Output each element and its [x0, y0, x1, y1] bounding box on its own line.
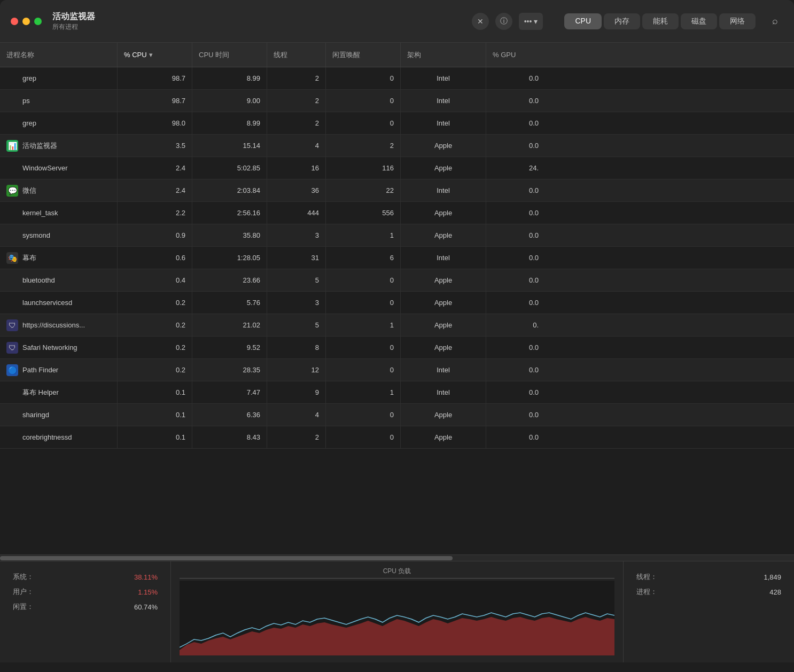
- td-cpu: 0.2: [118, 292, 192, 314]
- process-icon: [6, 162, 18, 174]
- col-cpu-percent[interactable]: % CPU ▾: [118, 43, 192, 67]
- td-idle: 0: [326, 292, 401, 314]
- cpu-load-chart: CPU 负载: [171, 561, 623, 662]
- table-row[interactable]: bluetoothd 0.4 23.66 5 0 Apple 0.0: [0, 269, 794, 292]
- stat-label-user: 用户：: [13, 587, 34, 597]
- td-name: ps: [0, 90, 118, 112]
- td-cputime: 23.66: [192, 269, 267, 291]
- td-idle: 1: [326, 381, 401, 403]
- td-cputime: 8.99: [192, 67, 267, 89]
- td-arch: Apple: [401, 269, 486, 291]
- td-gpu: 0.0: [486, 269, 545, 291]
- td-arch: Apple: [401, 157, 486, 179]
- process-icon: 📊: [6, 140, 18, 152]
- process-icon: [6, 230, 18, 241]
- table-row[interactable]: launchservicesd 0.2 5.76 3 0 Apple 0.0: [0, 292, 794, 314]
- td-cputime: 6.36: [192, 404, 267, 426]
- td-idle: 6: [326, 247, 401, 269]
- td-threads: 12: [267, 359, 326, 381]
- table-row[interactable]: 🎭 幕布 0.6 1:28.05 31 6 Intel 0.0: [0, 247, 794, 269]
- col-process-name[interactable]: 进程名称: [0, 43, 118, 67]
- td-arch: Apple: [401, 135, 486, 157]
- td-arch: Apple: [401, 314, 486, 336]
- table-row[interactable]: sharingd 0.1 6.36 4 0 Apple 0.0: [0, 404, 794, 426]
- info-icon-btn[interactable]: ⓘ: [495, 13, 512, 30]
- tab-cpu[interactable]: CPU: [564, 13, 602, 29]
- close-button[interactable]: [11, 18, 18, 25]
- td-gpu: 0.0: [486, 292, 545, 314]
- table-row[interactable]: WindowServer 2.4 5:02.85 16 116 Apple 24…: [0, 157, 794, 179]
- maximize-button[interactable]: [34, 18, 42, 25]
- process-icon: 🛡: [6, 319, 18, 331]
- td-gpu: 0.0: [486, 247, 545, 269]
- td-arch: Intel: [401, 67, 486, 89]
- scrollbar-thumb[interactable]: [0, 556, 453, 560]
- td-cpu: 98.7: [118, 67, 192, 89]
- table-row[interactable]: 🛡 Safari Networking 0.2 9.52 8 0 Apple 0…: [0, 337, 794, 359]
- td-cpu: 0.2: [118, 314, 192, 336]
- td-threads: 31: [267, 247, 326, 269]
- col-idle-wakeups[interactable]: 闲置唤醒: [326, 43, 401, 67]
- search-button[interactable]: ⌕: [766, 13, 783, 30]
- titlebar-controls: ✕ ⓘ ••• ▾: [472, 13, 543, 30]
- table-row[interactable]: 🛡 https://discussions... 0.2 21.02 5 1 A…: [0, 314, 794, 337]
- table-row[interactable]: sysmond 0.9 35.80 3 1 Apple 0.0: [0, 224, 794, 247]
- tab-memory[interactable]: 内存: [604, 13, 640, 29]
- td-name: 📊 活动监视器: [0, 135, 118, 157]
- td-idle: 556: [326, 202, 401, 224]
- table-row[interactable]: 🔵 Path Finder 0.2 28.35 12 0 Intel 0.0: [0, 359, 794, 381]
- info-icon: ⓘ: [500, 17, 508, 26]
- td-cpu: 2.4: [118, 179, 192, 201]
- stat-row-idle: 闲置： 60.74%: [13, 602, 158, 612]
- td-threads: 2: [267, 426, 326, 448]
- td-gpu: 0.0: [486, 135, 545, 157]
- table-row[interactable]: grep 98.0 8.99 2 0 Intel 0.0: [0, 112, 794, 135]
- bottom-stats-left: 系统： 38.11% 用户： 1.15% 闲置： 60.74%: [0, 561, 171, 662]
- horizontal-scrollbar[interactable]: [0, 554, 794, 561]
- table-row[interactable]: 💬 微信 2.4 2:03.84 36 22 Intel 0.0: [0, 179, 794, 202]
- process-icon: [6, 73, 18, 84]
- table-row[interactable]: grep 98.7 8.99 2 0 Intel 0.0: [0, 67, 794, 90]
- cpu-chart-svg: [180, 581, 614, 655]
- td-idle: 0: [326, 112, 401, 134]
- td-arch: Intel: [401, 112, 486, 134]
- table-row[interactable]: ps 98.7 9.00 2 0 Intel 0.0: [0, 90, 794, 112]
- td-cputime: 7.47: [192, 381, 267, 403]
- table-row[interactable]: 📊 活动监视器 3.5 15.14 4 2 Apple 0.0: [0, 135, 794, 157]
- tab-energy[interactable]: 能耗: [642, 13, 679, 29]
- process-icon: [6, 432, 18, 443]
- td-idle: 0: [326, 404, 401, 426]
- search-icon: ⌕: [772, 15, 778, 27]
- td-threads: 3: [267, 224, 326, 246]
- stat-row-processes: 进程： 428: [636, 587, 781, 597]
- td-cputime: 8.43: [192, 426, 267, 448]
- chart-divider: [180, 578, 614, 579]
- process-icon: 💬: [6, 185, 18, 197]
- traffic-lights: [11, 18, 42, 25]
- td-name: 🔵 Path Finder: [0, 359, 118, 381]
- td-cputime: 15.14: [192, 135, 267, 157]
- stat-label-system: 系统：: [13, 572, 34, 582]
- col-threads[interactable]: 线程: [267, 43, 326, 67]
- col-cpu-time[interactable]: CPU 时间: [192, 43, 267, 67]
- tab-disk[interactable]: 磁盘: [681, 13, 717, 29]
- tab-network[interactable]: 网络: [719, 13, 756, 29]
- td-threads: 5: [267, 314, 326, 336]
- td-gpu: 0.: [486, 314, 545, 336]
- col-gpu-percent[interactable]: % GPU: [486, 43, 545, 67]
- stat-value-threads: 1,849: [764, 573, 781, 581]
- td-cputime: 5:02.85: [192, 157, 267, 179]
- td-arch: Apple: [401, 224, 486, 246]
- table-row[interactable]: kernel_task 2.2 2:56.16 444 556 Apple 0.…: [0, 202, 794, 224]
- app-title-block: 活动监视器 所有进程: [52, 11, 95, 32]
- td-cputime: 28.35: [192, 359, 267, 381]
- td-arch: Intel: [401, 90, 486, 112]
- minimize-button[interactable]: [22, 18, 30, 25]
- td-gpu: 0.0: [486, 337, 545, 358]
- more-icon-btn[interactable]: ••• ▾: [519, 13, 543, 30]
- table-row[interactable]: corebrightnessd 0.1 8.43 2 0 Apple 0.0: [0, 426, 794, 449]
- close-icon-btn[interactable]: ✕: [472, 13, 489, 30]
- table-row[interactable]: 幕布 Helper 0.1 7.47 9 1 Intel 0.0: [0, 381, 794, 404]
- td-name: 🛡 Safari Networking: [0, 337, 118, 358]
- col-arch[interactable]: 架构: [401, 43, 486, 67]
